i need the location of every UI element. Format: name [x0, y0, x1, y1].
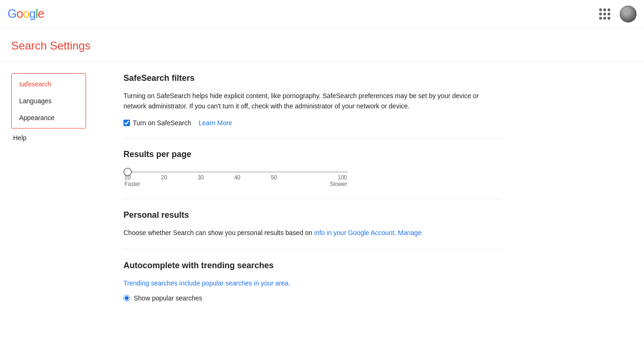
- logo-letter-e: e: [37, 7, 43, 21]
- manage-link[interactable]: Manage: [398, 229, 422, 236]
- slider-sublabel-faster: Faster: [124, 181, 140, 187]
- results-per-page-section: Results per page 10 20 30 40 50 100 Fast…: [123, 150, 502, 187]
- sidebar-item-search-results[interactable]: safesearch: [12, 76, 86, 93]
- slider-sublabel-slower: Slower: [330, 181, 347, 187]
- safesearch-checkbox-label[interactable]: Turn on SafeSearch: [123, 119, 191, 127]
- slider-sublabels: Faster Slower: [123, 181, 348, 187]
- header-right: [595, 5, 637, 23]
- show-popular-searches-option[interactable]: Show popular searches: [123, 294, 502, 302]
- page-title-bar: Search Settings: [0, 28, 644, 62]
- safesearch-description: Turning on SafeSearch helps hide explici…: [123, 91, 488, 112]
- safesearch-checkbox-text: Turn on SafeSearch: [133, 119, 191, 127]
- grid-dot: [603, 13, 606, 15]
- autocomplete-section: Autocomplete with trending searches Tren…: [123, 261, 502, 301]
- logo-letter-g: G: [7, 7, 16, 21]
- grid-dot: [608, 17, 610, 20]
- grid-dot: [599, 13, 602, 15]
- sidebar-item-help[interactable]: Help: [11, 129, 105, 146]
- section-divider-3: [123, 249, 502, 250]
- grid-dot: [608, 8, 610, 11]
- logo-letter-g2: g: [29, 7, 35, 21]
- grid-dot: [603, 8, 606, 11]
- slider-label-50: 50: [271, 174, 277, 181]
- results-per-page-title: Results per page: [123, 150, 502, 159]
- user-avatar[interactable]: [620, 6, 637, 22]
- sidebar-item-appearance[interactable]: Appearance: [12, 109, 86, 126]
- logo-letter-o1: o: [16, 7, 22, 21]
- grid-dot: [599, 8, 602, 11]
- sidebar-nav: safesearch Languages Appearance: [11, 73, 86, 128]
- grid-dot: [599, 17, 602, 20]
- sidebar: safesearch Languages Appearance Help: [11, 73, 105, 364]
- header: Google: [0, 0, 644, 28]
- personal-results-section: Personal results Choose whether Search c…: [123, 210, 502, 238]
- safesearch-row: Turn on SafeSearch Learn More: [123, 119, 502, 127]
- logo-letter-o2: o: [23, 7, 29, 21]
- personal-results-info-link[interactable]: info in your Google Account: [314, 229, 394, 236]
- autocomplete-title: Autocomplete with trending searches: [123, 261, 502, 271]
- slider-container: 10 20 30 40 50 100 Faster Slower: [123, 167, 348, 187]
- content-area: SafeSearch filters Turning on SafeSearch…: [105, 73, 502, 364]
- safesearch-checkbox[interactable]: [123, 120, 130, 126]
- slider-label-40: 40: [234, 174, 240, 181]
- apps-grid-icon[interactable]: [595, 5, 614, 23]
- google-logo[interactable]: Google: [7, 7, 44, 21]
- section-divider-2: [123, 199, 502, 199]
- page-title: Search Settings: [11, 39, 633, 52]
- slider-label-20: 20: [161, 174, 167, 181]
- slider-label-30: 30: [197, 174, 203, 181]
- slider-label-10: 10: [124, 174, 130, 181]
- slider-label-100: 100: [338, 174, 347, 181]
- avatar-image: [620, 6, 637, 22]
- personal-results-title: Personal results: [123, 210, 502, 220]
- safesearch-title: SafeSearch filters: [123, 73, 502, 83]
- main-layout: safesearch Languages Appearance Help Saf…: [0, 62, 644, 364]
- show-popular-searches-radio[interactable]: [123, 295, 130, 301]
- show-popular-searches-label: Show popular searches: [134, 294, 202, 302]
- personal-results-description: Choose whether Search can show you perso…: [123, 228, 502, 238]
- header-left: Google: [7, 7, 44, 21]
- autocomplete-description: Trending searches include popular search…: [123, 278, 502, 288]
- grid-dot: [603, 17, 606, 20]
- section-divider-1: [123, 138, 502, 138]
- results-per-page-slider[interactable]: [123, 171, 348, 173]
- sidebar-item-languages[interactable]: Languages: [12, 93, 86, 109]
- grid-dot: [608, 13, 610, 15]
- learn-more-link[interactable]: Learn More: [199, 119, 232, 127]
- safesearch-section: SafeSearch filters Turning on SafeSearch…: [123, 73, 502, 127]
